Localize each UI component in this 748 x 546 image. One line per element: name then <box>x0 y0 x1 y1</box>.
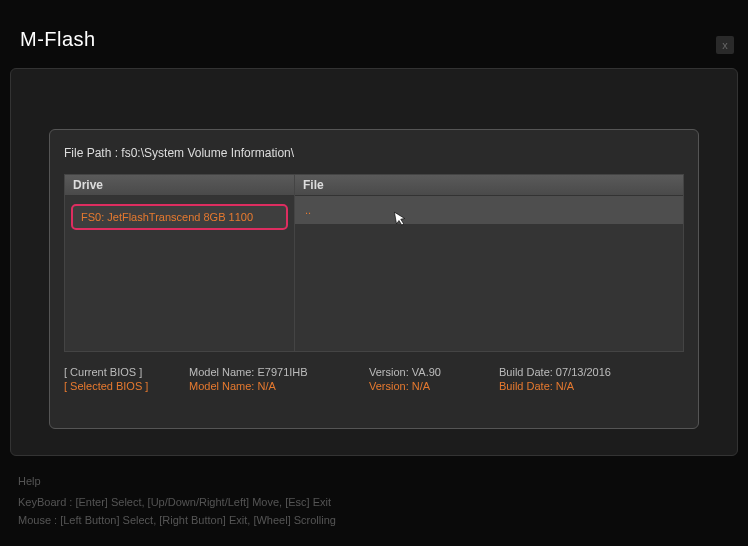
file-path-label: File Path : <box>64 146 118 160</box>
help-mouse: Mouse : [Left Button] Select, [Right But… <box>18 511 336 530</box>
file-entry-parent[interactable]: .. <box>295 196 683 224</box>
main-panel: File Path : fs0:\System Volume Informati… <box>10 68 738 456</box>
selected-bios-version: Version: N/A <box>369 380 489 392</box>
selected-bios-tag: [ Selected BIOS ] <box>64 380 179 392</box>
app-title: M-Flash <box>20 28 96 51</box>
file-header: File <box>295 175 683 196</box>
file-browser: Drive FS0: JetFlashTranscend 8GB 1100 Fi… <box>64 174 684 352</box>
drive-entry[interactable]: FS0: JetFlashTranscend 8GB 1100 <box>71 204 288 230</box>
close-button[interactable]: x <box>716 36 734 54</box>
drive-header: Drive <box>65 175 294 196</box>
current-bios-model: Model Name: E7971IHB <box>189 366 359 378</box>
file-path-line: File Path : fs0:\System Volume Informati… <box>64 146 684 160</box>
drive-column: Drive FS0: JetFlashTranscend 8GB 1100 <box>65 175 295 351</box>
help-panel: Help KeyBoard : [Enter] Select, [Up/Down… <box>18 472 336 530</box>
help-keyboard: KeyBoard : [Enter] Select, [Up/Down/Righ… <box>18 493 336 512</box>
bios-info: [ Current BIOS ] Model Name: E7971IHB Ve… <box>64 366 684 392</box>
help-title: Help <box>18 472 336 491</box>
file-browser-card: File Path : fs0:\System Volume Informati… <box>49 129 699 429</box>
drive-list: FS0: JetFlashTranscend 8GB 1100 <box>65 196 294 351</box>
mflash-window: M-Flash x File Path : fs0:\System Volume… <box>0 0 748 546</box>
selected-bios-model: Model Name: N/A <box>189 380 359 392</box>
current-bios-build: Build Date: 07/13/2016 <box>499 366 659 378</box>
file-list: .. <box>295 196 683 351</box>
file-path-value: fs0:\System Volume Information\ <box>118 146 294 160</box>
current-bios-version: Version: VA.90 <box>369 366 489 378</box>
file-column: File .. <box>295 175 683 351</box>
current-bios-tag: [ Current BIOS ] <box>64 366 179 378</box>
selected-bios-build: Build Date: N/A <box>499 380 659 392</box>
